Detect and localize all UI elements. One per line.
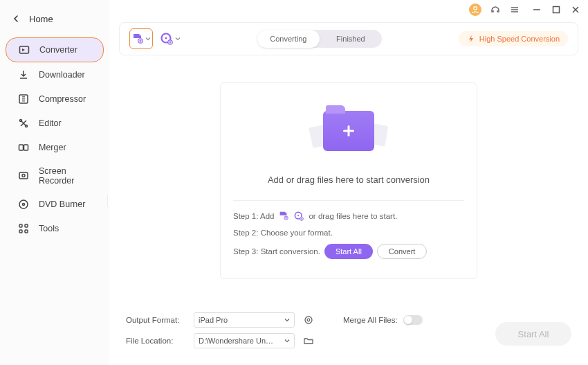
step-3-text: Step 3: Start conversion.: [233, 247, 320, 256]
add-file-mini-icon[interactable]: [278, 211, 289, 222]
add-file-button[interactable]: [129, 28, 153, 49]
dvd-icon: [18, 199, 29, 210]
recorder-icon: [18, 170, 29, 181]
sidebar-item-compressor[interactable]: Compressor: [6, 87, 104, 111]
sidebar-item-label: Screen Recorder: [39, 166, 91, 186]
output-format-select[interactable]: iPad Pro: [194, 312, 295, 328]
svg-rect-10: [19, 224, 22, 227]
add-disc-button[interactable]: [160, 32, 181, 46]
step-1-suffix: or drag files here to start.: [309, 212, 397, 220]
sidebar-item-editor[interactable]: Editor: [6, 112, 104, 135]
compress-icon: [18, 94, 29, 105]
step-2: Step 2: Choose your format.: [233, 229, 464, 237]
svg-point-8: [19, 200, 28, 208]
step-3: Step 3: Start conversion. Start All Conv…: [233, 244, 464, 259]
nav: Converter Downloader Compressor Editor M…: [0, 37, 109, 240]
headset-icon[interactable]: [490, 4, 501, 15]
file-location-select[interactable]: D:\Wondershare UniConverter 1: [194, 333, 295, 348]
folder-illustration: [233, 100, 464, 162]
minimize-icon[interactable]: [531, 4, 542, 15]
back-icon: [12, 12, 19, 25]
maximize-icon[interactable]: [551, 4, 562, 15]
titlebar: [109, 0, 588, 19]
tab-finished[interactable]: Finished: [320, 30, 382, 48]
svg-rect-4: [19, 145, 24, 150]
output-format-label: Output Format:: [126, 316, 185, 324]
file-location-label: File Location:: [126, 337, 185, 345]
sidebar-item-tools[interactable]: Tools: [6, 217, 104, 240]
tab-segment: Converting Finished: [257, 30, 382, 48]
editor-icon: [18, 118, 29, 129]
svg-rect-13: [25, 230, 28, 233]
svg-point-18: [165, 37, 167, 39]
svg-point-7: [22, 175, 25, 177]
home-label: Home: [29, 14, 53, 24]
chevron-down-icon: [145, 36, 151, 42]
footer: Output Format: iPad Pro Merge All Files:…: [109, 305, 588, 365]
chevron-down-icon: [175, 36, 181, 42]
sidebar-item-downloader[interactable]: Downloader: [6, 63, 104, 87]
svg-point-24: [305, 317, 312, 323]
svg-rect-12: [19, 230, 22, 233]
tools-icon: [18, 223, 29, 234]
center-area: Add or drag files here to start conversi…: [109, 55, 588, 305]
step-1-prefix: Step 1: Add: [233, 212, 274, 220]
merge-label: Merge All Files:: [343, 316, 398, 324]
sidebar-item-label: Tools: [39, 224, 59, 233]
sidebar-item-label: Compressor: [39, 94, 86, 104]
start-all-button[interactable]: Start All: [495, 322, 571, 346]
sidebar: Home Converter Downloader Compressor Edi…: [0, 0, 109, 365]
svg-rect-11: [25, 224, 28, 227]
sidebar-item-label: Converter: [39, 45, 77, 55]
start-all-mini-button[interactable]: Start All: [324, 244, 373, 259]
close-icon[interactable]: [570, 4, 581, 15]
drop-message: Add or drag files here to start conversi…: [233, 175, 464, 185]
output-format-value: iPad Pro: [199, 316, 228, 324]
svg-point-25: [307, 319, 310, 321]
high-speed-badge[interactable]: High Speed Conversion: [459, 31, 568, 46]
settings-gear-icon[interactable]: [303, 314, 314, 326]
sidebar-item-screen-recorder[interactable]: Screen Recorder: [6, 160, 104, 192]
merger-icon: [18, 142, 29, 153]
svg-rect-15: [553, 7, 560, 13]
chevron-down-icon: [284, 317, 290, 323]
file-location-value: D:\Wondershare UniConverter 1: [199, 337, 275, 345]
menu-icon[interactable]: [509, 4, 520, 15]
folder-open-icon[interactable]: [303, 335, 314, 346]
toolbar: Converting Finished High Speed Conversio…: [119, 22, 578, 55]
svg-rect-6: [19, 172, 28, 179]
svg-rect-5: [24, 145, 28, 150]
svg-point-9: [23, 204, 25, 206]
sidebar-item-label: Downloader: [39, 70, 85, 80]
convert-mini-button[interactable]: Convert: [377, 244, 428, 259]
tab-converting[interactable]: Converting: [257, 30, 320, 48]
add-disc-mini-icon[interactable]: [293, 211, 304, 222]
sidebar-item-label: Editor: [39, 118, 62, 128]
high-speed-label: High Speed Conversion: [479, 35, 560, 43]
sidebar-item-label: DVD Burner: [39, 199, 85, 209]
sidebar-item-converter[interactable]: Converter: [6, 37, 104, 62]
sidebar-item-label: Merger: [39, 143, 66, 152]
sidebar-item-dvd-burner[interactable]: DVD Burner: [6, 193, 104, 216]
folder-plus-icon: [323, 111, 374, 151]
user-avatar-icon[interactable]: [469, 3, 481, 16]
svg-point-14: [474, 7, 477, 10]
converter-icon: [19, 44, 30, 55]
main: Converting Finished High Speed Conversio…: [109, 0, 588, 365]
chevron-down-icon: [284, 338, 290, 344]
steps: Step 1: Add or drag files here to start.…: [233, 200, 464, 259]
merge-toggle[interactable]: [403, 315, 423, 325]
download-icon: [18, 69, 29, 80]
lightning-icon: [467, 35, 475, 43]
sidebar-item-merger[interactable]: Merger: [6, 136, 104, 159]
home-button[interactable]: Home: [0, 6, 109, 32]
svg-point-22: [298, 215, 300, 216]
svg-rect-1: [19, 95, 28, 103]
drop-card[interactable]: Add or drag files here to start conversi…: [220, 82, 477, 279]
step-1: Step 1: Add or drag files here to start.: [233, 211, 464, 222]
